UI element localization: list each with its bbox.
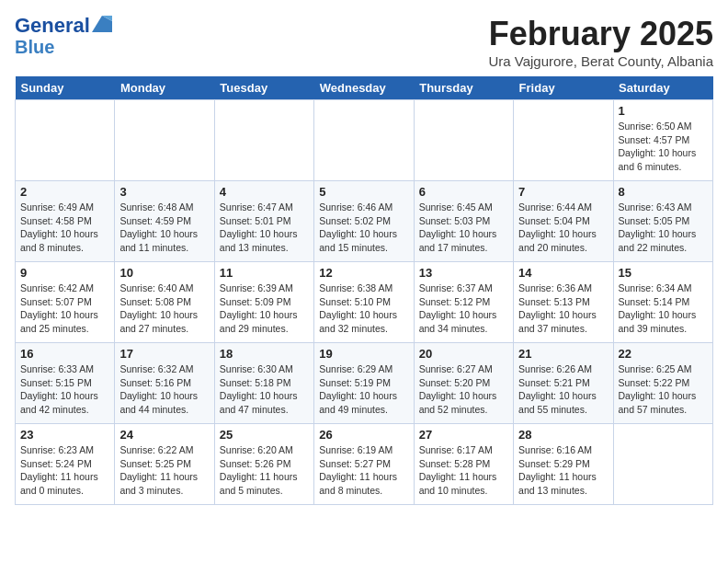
day-info: Sunrise: 6:47 AM Sunset: 5:01 PM Dayligh… — [220, 201, 309, 255]
logo-icon — [92, 16, 112, 32]
day-info: Sunrise: 6:36 AM Sunset: 5:13 PM Dayligh… — [518, 282, 608, 336]
calendar-cell: 17Sunrise: 6:32 AM Sunset: 5:16 PM Dayli… — [115, 343, 214, 424]
calendar-cell: 1Sunrise: 6:50 AM Sunset: 4:57 PM Daylig… — [613, 100, 712, 181]
day-info: Sunrise: 6:25 AM Sunset: 5:22 PM Dayligh… — [619, 362, 708, 417]
calendar-cell — [514, 100, 613, 181]
weekday-header-tuesday: Tuesday — [214, 76, 313, 100]
day-info: Sunrise: 6:16 AM Sunset: 5:29 PM Dayligh… — [518, 443, 608, 498]
day-number: 3 — [119, 185, 209, 199]
day-info: Sunrise: 6:38 AM Sunset: 5:10 PM Dayligh… — [319, 282, 408, 336]
calendar-cell: 7Sunrise: 6:44 AM Sunset: 5:04 PM Daylig… — [514, 181, 613, 262]
calendar-cell: 26Sunrise: 6:19 AM Sunset: 5:27 PM Dayli… — [314, 424, 414, 505]
weekday-header-wednesday: Wednesday — [314, 76, 414, 100]
calendar-cell: 3Sunrise: 6:48 AM Sunset: 4:59 PM Daylig… — [115, 181, 214, 262]
calendar-cell: 8Sunrise: 6:43 AM Sunset: 5:05 PM Daylig… — [613, 181, 712, 262]
day-number: 7 — [518, 185, 608, 199]
day-number: 1 — [619, 104, 708, 118]
weekday-header-sunday: Sunday — [16, 76, 115, 100]
calendar-cell: 10Sunrise: 6:40 AM Sunset: 5:08 PM Dayli… — [115, 262, 214, 343]
header: General Blue February 2025 Ura Vajgurore… — [15, 15, 713, 69]
day-number: 23 — [20, 428, 109, 442]
weekday-header-saturday: Saturday — [613, 76, 712, 100]
weekday-header-monday: Monday — [115, 76, 214, 100]
day-number: 4 — [220, 185, 309, 199]
day-number: 24 — [119, 428, 209, 442]
calendar-cell — [115, 100, 214, 181]
calendar-cell: 24Sunrise: 6:22 AM Sunset: 5:25 PM Dayli… — [115, 424, 214, 505]
day-info: Sunrise: 6:19 AM Sunset: 5:27 PM Dayligh… — [319, 443, 408, 498]
day-info: Sunrise: 6:44 AM Sunset: 5:04 PM Dayligh… — [518, 201, 608, 255]
day-number: 25 — [220, 428, 309, 442]
day-number: 9 — [20, 266, 109, 280]
day-number: 12 — [319, 266, 408, 280]
day-number: 26 — [319, 428, 408, 442]
day-number: 16 — [20, 347, 109, 361]
title-area: February 2025 Ura Vajgurore, Berat Count… — [488, 15, 713, 69]
day-info: Sunrise: 6:50 AM Sunset: 4:57 PM Dayligh… — [619, 120, 708, 174]
day-info: Sunrise: 6:27 AM Sunset: 5:20 PM Dayligh… — [419, 362, 508, 417]
calendar-cell: 11Sunrise: 6:39 AM Sunset: 5:09 PM Dayli… — [214, 262, 313, 343]
day-info: Sunrise: 6:29 AM Sunset: 5:19 PM Dayligh… — [319, 362, 408, 417]
day-info: Sunrise: 6:30 AM Sunset: 5:18 PM Dayligh… — [220, 362, 309, 417]
day-number: 27 — [419, 428, 508, 442]
calendar-week-1: 1Sunrise: 6:50 AM Sunset: 4:57 PM Daylig… — [16, 100, 713, 181]
day-number: 22 — [619, 347, 708, 361]
day-info: Sunrise: 6:45 AM Sunset: 5:03 PM Dayligh… — [419, 201, 508, 255]
day-info: Sunrise: 6:39 AM Sunset: 5:09 PM Dayligh… — [220, 282, 309, 336]
day-number: 28 — [518, 428, 608, 442]
calendar-cell: 18Sunrise: 6:30 AM Sunset: 5:18 PM Dayli… — [214, 343, 313, 424]
calendar-cell: 20Sunrise: 6:27 AM Sunset: 5:20 PM Dayli… — [414, 343, 513, 424]
day-number: 11 — [220, 266, 309, 280]
day-number: 21 — [518, 347, 608, 361]
day-number: 19 — [319, 347, 408, 361]
day-number: 14 — [518, 266, 608, 280]
calendar-cell: 12Sunrise: 6:38 AM Sunset: 5:10 PM Dayli… — [314, 262, 414, 343]
day-info: Sunrise: 6:17 AM Sunset: 5:28 PM Dayligh… — [419, 443, 508, 498]
logo: General Blue — [15, 15, 112, 57]
day-number: 17 — [119, 347, 209, 361]
calendar-week-5: 23Sunrise: 6:23 AM Sunset: 5:24 PM Dayli… — [16, 424, 713, 505]
calendar-cell: 21Sunrise: 6:26 AM Sunset: 5:21 PM Dayli… — [514, 343, 613, 424]
day-info: Sunrise: 6:40 AM Sunset: 5:08 PM Dayligh… — [119, 282, 209, 336]
day-number: 2 — [20, 185, 109, 199]
calendar-cell — [414, 100, 513, 181]
day-number: 20 — [419, 347, 508, 361]
day-info: Sunrise: 6:34 AM Sunset: 5:14 PM Dayligh… — [619, 282, 708, 336]
logo-general: General — [15, 15, 90, 37]
month-title: February 2025 — [488, 15, 713, 53]
calendar-cell: 27Sunrise: 6:17 AM Sunset: 5:28 PM Dayli… — [414, 424, 513, 505]
day-info: Sunrise: 6:22 AM Sunset: 5:25 PM Dayligh… — [119, 443, 209, 498]
calendar-cell: 22Sunrise: 6:25 AM Sunset: 5:22 PM Dayli… — [613, 343, 712, 424]
calendar-cell: 14Sunrise: 6:36 AM Sunset: 5:13 PM Dayli… — [514, 262, 613, 343]
day-number: 15 — [619, 266, 708, 280]
calendar-week-3: 9Sunrise: 6:42 AM Sunset: 5:07 PM Daylig… — [16, 262, 713, 343]
location-title: Ura Vajgurore, Berat County, Albania — [488, 53, 713, 69]
day-number: 8 — [619, 185, 708, 199]
day-number: 5 — [319, 185, 408, 199]
calendar-cell: 6Sunrise: 6:45 AM Sunset: 5:03 PM Daylig… — [414, 181, 513, 262]
weekday-header-thursday: Thursday — [414, 76, 513, 100]
calendar-cell: 15Sunrise: 6:34 AM Sunset: 5:14 PM Dayli… — [613, 262, 712, 343]
calendar-cell: 28Sunrise: 6:16 AM Sunset: 5:29 PM Dayli… — [514, 424, 613, 505]
calendar-cell: 13Sunrise: 6:37 AM Sunset: 5:12 PM Dayli… — [414, 262, 513, 343]
day-number: 13 — [419, 266, 508, 280]
calendar-table: SundayMondayTuesdayWednesdayThursdayFrid… — [15, 76, 713, 505]
calendar-cell — [214, 100, 313, 181]
day-info: Sunrise: 6:46 AM Sunset: 5:02 PM Dayligh… — [319, 201, 408, 255]
day-number: 6 — [419, 185, 508, 199]
day-number: 18 — [220, 347, 309, 361]
day-info: Sunrise: 6:48 AM Sunset: 4:59 PM Dayligh… — [119, 201, 209, 255]
day-info: Sunrise: 6:37 AM Sunset: 5:12 PM Dayligh… — [419, 282, 508, 336]
day-info: Sunrise: 6:20 AM Sunset: 5:26 PM Dayligh… — [220, 443, 309, 498]
calendar-cell: 19Sunrise: 6:29 AM Sunset: 5:19 PM Dayli… — [314, 343, 414, 424]
calendar-cell — [16, 100, 115, 181]
day-info: Sunrise: 6:33 AM Sunset: 5:15 PM Dayligh… — [20, 362, 109, 417]
calendar-cell: 5Sunrise: 6:46 AM Sunset: 5:02 PM Daylig… — [314, 181, 414, 262]
day-info: Sunrise: 6:43 AM Sunset: 5:05 PM Dayligh… — [619, 201, 708, 255]
calendar-cell: 25Sunrise: 6:20 AM Sunset: 5:26 PM Dayli… — [214, 424, 313, 505]
day-info: Sunrise: 6:26 AM Sunset: 5:21 PM Dayligh… — [518, 362, 608, 417]
calendar-cell: 9Sunrise: 6:42 AM Sunset: 5:07 PM Daylig… — [16, 262, 115, 343]
day-info: Sunrise: 6:32 AM Sunset: 5:16 PM Dayligh… — [119, 362, 209, 417]
calendar-cell — [314, 100, 414, 181]
calendar-cell: 23Sunrise: 6:23 AM Sunset: 5:24 PM Dayli… — [16, 424, 115, 505]
